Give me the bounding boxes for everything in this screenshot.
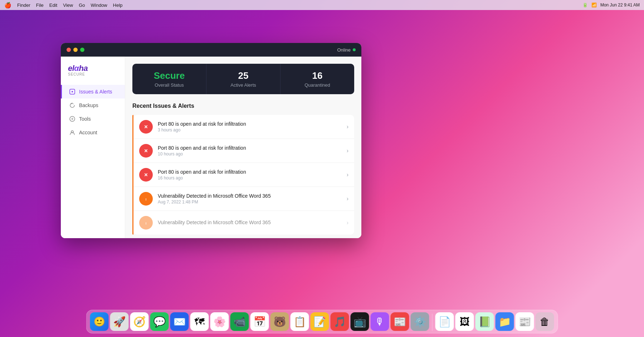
alert-title-4: Vulnerability Detected in Microsoft Offi…	[158, 193, 342, 199]
alert-item-1[interactable]: Port 80 is open and at risk for infiltra…	[133, 115, 354, 139]
dock: 🙂 🚀 🧭 💬 ✉️ 🗺 🌸 📹 📅 🐻 📋 📝 🎵 📺 🎙 📰 ⚙️ 📄 🖼 …	[86, 310, 558, 333]
menu-finder[interactable]: Finder	[17, 3, 30, 8]
dock-settings[interactable]: ⚙️	[411, 312, 429, 331]
window-body: elαha secure Issues & Alerts	[61, 57, 361, 238]
menu-edit[interactable]: Edit	[49, 3, 57, 8]
dock-separator	[432, 314, 433, 331]
status-label: Online	[337, 47, 351, 53]
maximize-button[interactable]	[80, 48, 84, 52]
chevron-right-icon-3: ›	[347, 172, 348, 178]
dock-news[interactable]: 📰	[391, 312, 409, 331]
alert-item-2[interactable]: Port 80 is open and at risk for infiltra…	[133, 139, 354, 163]
alert-item-4[interactable]: ! Vulnerability Detected in Microsoft Of…	[133, 187, 354, 211]
menubar: 🍎 Finder File Edit View Go Window Help 🔋…	[0, 0, 644, 10]
alert-time-3: 16 hours ago	[158, 175, 342, 180]
dock-messages[interactable]: 💬	[150, 312, 169, 331]
dock-reminders[interactable]: 📋	[291, 312, 309, 331]
alert-title-5: Vulnerability Detected in Microsoft Offi…	[158, 220, 342, 225]
stat-active-alerts: 25 Active Alerts	[206, 64, 280, 94]
alert-item-5[interactable]: ! Vulnerability Detected in Microsoft Of…	[133, 211, 354, 235]
stats-bar: Secure Overall Status 25 Active Alerts 1…	[132, 64, 354, 94]
stat-label-alerts: Active Alerts	[214, 82, 273, 88]
dock-music[interactable]: 🎵	[331, 312, 349, 331]
alert-content-4: Vulnerability Detected in Microsoft Offi…	[158, 193, 342, 204]
menu-view[interactable]: View	[63, 3, 73, 8]
logo-area: elαha secure	[61, 64, 125, 85]
section-title: Recent Issues & Alerts	[132, 103, 354, 109]
alert-icon-4: !	[139, 192, 153, 206]
alert-item-3[interactable]: Port 80 is open and at risk for infiltra…	[133, 163, 354, 187]
datetime: Mon Jun 22 9:41 AM	[600, 3, 640, 8]
dock-podcasts[interactable]: 🎙	[371, 312, 389, 331]
title-bar: Online	[61, 43, 361, 57]
alert-content-5: Vulnerability Detected in Microsoft Offi…	[158, 220, 342, 226]
stat-label-quarantined: Quarantined	[288, 82, 347, 88]
alert-content-3: Port 80 is open and at risk for infiltra…	[158, 169, 342, 180]
dock-facetime[interactable]: 📹	[230, 312, 249, 331]
alert-time-1: 3 hours ago	[158, 127, 342, 133]
dock-bear[interactable]: 🐻	[270, 312, 289, 331]
svg-text:!: !	[146, 222, 147, 225]
apple-menu[interactable]: 🍎	[4, 2, 11, 9]
menubar-right: 🔋 📶 Mon Jun 22 9:41 AM	[582, 3, 640, 8]
alert-time-4: Aug 7, 2022 1:48 PM	[158, 199, 342, 204]
sidebar: elαha secure Issues & Alerts	[61, 57, 125, 238]
sidebar-item-tools[interactable]: Tools	[61, 112, 125, 126]
account-icon	[69, 129, 75, 136]
menu-help[interactable]: Help	[113, 3, 123, 8]
sidebar-item-backups[interactable]: Backups	[61, 98, 125, 112]
online-indicator	[353, 48, 356, 51]
chevron-right-icon-4: ›	[347, 196, 348, 202]
app-logo: elαha secure	[68, 64, 118, 76]
stat-value-quarantined: 16	[288, 70, 347, 81]
svg-point-1	[72, 91, 73, 92]
dock-preview[interactable]: 🖼	[455, 312, 474, 331]
sidebar-item-issues[interactable]: Issues & Alerts	[61, 85, 125, 98]
menu-file[interactable]: File	[36, 3, 44, 8]
minimize-button[interactable]	[73, 48, 78, 52]
alerts-container: Port 80 is open and at risk for infiltra…	[133, 115, 354, 235]
dock-textedit[interactable]: 📄	[435, 312, 454, 331]
sidebar-label-tools: Tools	[79, 116, 91, 122]
logo-tagline: secure	[68, 72, 118, 76]
dock-appletv[interactable]: 📺	[351, 312, 369, 331]
alert-icon-3	[139, 168, 153, 182]
dock-safari[interactable]: 🧭	[130, 312, 149, 331]
dock-mail[interactable]: ✉️	[170, 312, 189, 331]
alert-time-2: 10 hours ago	[158, 151, 342, 157]
wifi-icon: 📶	[591, 3, 597, 8]
alert-title-1: Port 80 is open and at risk for infiltra…	[158, 121, 342, 127]
dock-notes2[interactable]: 📗	[475, 312, 494, 331]
dock-calendar[interactable]: 📅	[250, 312, 269, 331]
alert-title-3: Port 80 is open and at risk for infiltra…	[158, 169, 342, 175]
stat-value-status: Secure	[140, 70, 199, 81]
dock-trash[interactable]: 🗑	[536, 312, 554, 331]
menubar-left: 🍎 Finder File Edit View Go Window Help	[4, 2, 123, 9]
menu-go[interactable]: Go	[79, 3, 85, 8]
alerts-wrapper: Port 80 is open and at risk for infiltra…	[132, 115, 354, 235]
app-window: Online elαha secure Issues & Alert	[61, 43, 361, 238]
alert-title-2: Port 80 is open and at risk for infiltra…	[158, 145, 342, 151]
traffic-lights	[67, 48, 84, 52]
menu-window[interactable]: Window	[91, 3, 107, 8]
window-status: Online	[337, 47, 356, 53]
svg-text:!: !	[146, 198, 147, 201]
dock-word[interactable]: 📰	[516, 312, 534, 331]
dock-finder2[interactable]: 📁	[496, 312, 514, 331]
chevron-right-icon-1: ›	[347, 124, 348, 130]
dock-launchpad[interactable]: 🚀	[110, 312, 129, 331]
dock-notes[interactable]: 📝	[311, 312, 329, 331]
dock-maps[interactable]: 🗺	[190, 312, 209, 331]
chevron-right-icon-5: ›	[347, 220, 348, 226]
alert-icon-5: !	[139, 216, 153, 230]
stat-label-status: Overall Status	[140, 82, 199, 88]
close-button[interactable]	[67, 48, 71, 52]
dock-photos[interactable]: 🌸	[210, 312, 229, 331]
chevron-right-icon-2: ›	[347, 148, 348, 154]
sidebar-item-account[interactable]: Account	[61, 126, 125, 139]
backups-icon	[69, 102, 75, 109]
logo-name: elαha	[68, 64, 88, 73]
battery-icon: 🔋	[582, 3, 588, 8]
stat-quarantined: 16 Quarantined	[280, 64, 354, 94]
dock-finder[interactable]: 🙂	[90, 312, 109, 331]
